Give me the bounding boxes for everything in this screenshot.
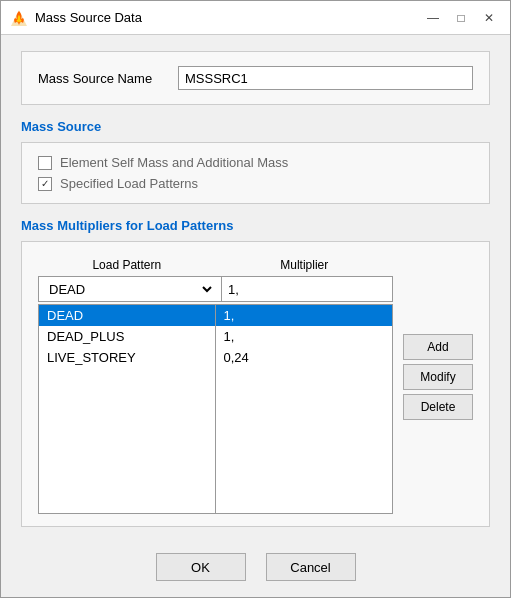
bottom-buttons: OK Cancel [1, 543, 510, 597]
element-self-mass-checkbox[interactable] [38, 156, 52, 170]
multiplier-input[interactable] [222, 282, 392, 297]
modify-button[interactable]: Modify [403, 364, 473, 390]
mass-source-title: Mass Source [21, 119, 490, 134]
action-buttons: Add Modify Delete [393, 304, 473, 514]
table-container: DEAD DEAD_PLUS LIVE_STOREY 1, 1, 0,24 [38, 304, 473, 514]
load-pattern-dropdown[interactable]: DEAD DEAD_PLUS LIVE_STOREY [45, 281, 215, 298]
content-area: Mass Source Name Mass Source Element Sel… [1, 35, 510, 543]
ok-button[interactable]: OK [156, 553, 246, 581]
multiplier-list-area[interactable]: 1, 1, 0,24 [216, 304, 394, 514]
close-button[interactable]: ✕ [476, 7, 502, 29]
title-bar: Mass Source Data — □ ✕ [1, 1, 510, 35]
maximize-button[interactable]: □ [448, 7, 474, 29]
checkbox-row-2: Specified Load Patterns [38, 176, 473, 191]
name-label: Mass Source Name [38, 71, 158, 86]
multipliers-inner: Load Pattern Multiplier DEAD DEAD_PLUS L… [21, 241, 490, 527]
list-item[interactable]: 1, [216, 305, 393, 326]
multiplier-list: 1, 1, 0,24 [216, 304, 394, 514]
specified-load-patterns-label: Specified Load Patterns [60, 176, 198, 191]
delete-button[interactable]: Delete [403, 394, 473, 420]
add-button[interactable]: Add [403, 334, 473, 360]
name-input[interactable] [178, 66, 473, 90]
pattern-list: DEAD DEAD_PLUS LIVE_STOREY [38, 304, 216, 514]
cancel-button[interactable]: Cancel [266, 553, 356, 581]
mass-source-options: Element Self Mass and Additional Mass Sp… [21, 142, 490, 204]
element-self-mass-label: Element Self Mass and Additional Mass [60, 155, 288, 170]
name-section: Mass Source Name [21, 51, 490, 105]
list-item[interactable]: LIVE_STOREY [39, 347, 215, 368]
list-item[interactable]: 1, [216, 326, 393, 347]
specified-load-patterns-checkbox[interactable] [38, 177, 52, 191]
list-item[interactable]: DEAD [39, 305, 215, 326]
window-controls: — □ ✕ [420, 7, 502, 29]
pattern-list-area[interactable]: DEAD DEAD_PLUS LIVE_STOREY [38, 304, 216, 514]
mass-source-section: Mass Source Element Self Mass and Additi… [21, 119, 490, 204]
col-header-multiplier: Multiplier [216, 254, 394, 276]
multipliers-section: Mass Multipliers for Load Patterns Load … [21, 218, 490, 527]
main-window: Mass Source Data — □ ✕ Mass Source Name … [0, 0, 511, 598]
list-item[interactable]: 0,24 [216, 347, 393, 368]
checkbox-row-1: Element Self Mass and Additional Mass [38, 155, 473, 170]
app-icon [9, 8, 29, 28]
minimize-button[interactable]: — [420, 7, 446, 29]
col-header-load-pattern: Load Pattern [38, 254, 216, 276]
window-title: Mass Source Data [35, 10, 420, 25]
list-item[interactable]: DEAD_PLUS [39, 326, 215, 347]
multipliers-title: Mass Multipliers for Load Patterns [21, 218, 490, 233]
